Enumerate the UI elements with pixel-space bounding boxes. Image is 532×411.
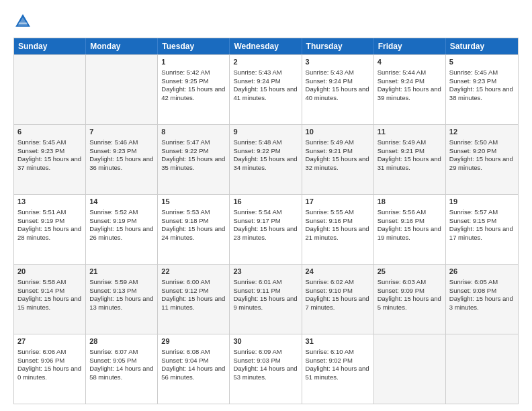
day-number: 10 (306, 127, 370, 137)
day-number: 28 (89, 336, 154, 347)
day-number: 30 (233, 336, 298, 347)
sunrise-text: Sunrise: 6:07 AM (89, 348, 138, 355)
sunrise-text: Sunrise: 5:43 AM (233, 68, 281, 76)
day-number: 20 (17, 267, 82, 277)
day-number: 23 (233, 267, 298, 277)
daylight-text: Daylight: 15 hours and 29 minutes. (449, 155, 513, 171)
sunset-text: Sunset: 9:14 PM (17, 287, 64, 294)
sunset-text: Sunset: 9:23 PM (89, 147, 136, 154)
day-number: 13 (17, 197, 82, 207)
logo-icon (13, 12, 32, 31)
sunrise-text: Sunrise: 6:00 AM (161, 278, 210, 285)
empty-cell (446, 334, 518, 404)
sunset-text: Sunset: 9:02 PM (306, 357, 353, 364)
day-number: 11 (378, 127, 442, 137)
day-number: 18 (378, 197, 442, 207)
day-cell-13: 13Sunrise: 5:51 AMSunset: 9:19 PMDayligh… (14, 195, 86, 264)
sunset-text: Sunset: 9:04 PM (161, 357, 208, 364)
day-header-friday: Friday (374, 38, 446, 54)
sunset-text: Sunset: 9:24 PM (306, 77, 353, 85)
day-number: 17 (306, 197, 370, 207)
day-number: 24 (306, 267, 370, 277)
sunset-text: Sunset: 9:10 PM (306, 287, 353, 294)
day-number: 12 (449, 127, 515, 137)
sunset-text: Sunset: 9:22 PM (161, 147, 208, 154)
daylight-text: Daylight: 15 hours and 3 minutes. (449, 295, 513, 311)
sunrise-text: Sunrise: 6:09 AM (233, 348, 281, 355)
day-number: 4 (378, 57, 442, 67)
sunset-text: Sunset: 9:19 PM (17, 217, 64, 224)
day-cell-6: 6Sunrise: 5:45 AMSunset: 9:23 PMDaylight… (14, 125, 86, 194)
sunset-text: Sunset: 9:20 PM (449, 147, 496, 154)
day-header-thursday: Thursday (302, 38, 374, 54)
sunset-text: Sunset: 9:21 PM (306, 147, 353, 154)
sunset-text: Sunset: 9:22 PM (233, 147, 280, 154)
day-cell-23: 23Sunrise: 6:01 AMSunset: 9:11 PMDayligh… (230, 265, 302, 334)
sunrise-text: Sunrise: 5:58 AM (17, 278, 66, 285)
day-number: 26 (449, 267, 515, 277)
sunrise-text: Sunrise: 6:10 AM (306, 348, 354, 355)
sunset-text: Sunset: 9:11 PM (233, 287, 280, 294)
empty-cell (86, 55, 158, 124)
calendar-week-4: 20Sunrise: 5:58 AMSunset: 9:14 PMDayligh… (14, 264, 518, 334)
sunrise-text: Sunrise: 5:56 AM (378, 208, 426, 216)
day-cell-1: 1Sunrise: 5:42 AMSunset: 9:25 PMDaylight… (158, 55, 230, 124)
day-number: 27 (17, 336, 82, 347)
day-cell-5: 5Sunrise: 5:45 AMSunset: 9:23 PMDaylight… (446, 55, 518, 124)
daylight-text: Daylight: 15 hours and 7 minutes. (306, 295, 369, 311)
daylight-text: Daylight: 15 hours and 36 minutes. (89, 155, 153, 171)
sunset-text: Sunset: 9:15 PM (449, 217, 496, 224)
sunrise-text: Sunrise: 5:42 AM (161, 68, 210, 76)
daylight-text: Daylight: 15 hours and 24 minutes. (161, 225, 225, 241)
sunset-text: Sunset: 9:13 PM (89, 287, 136, 294)
daylight-text: Daylight: 15 hours and 19 minutes. (378, 225, 441, 241)
sunset-text: Sunset: 9:23 PM (17, 147, 64, 154)
sunset-text: Sunset: 9:05 PM (89, 357, 136, 364)
calendar-week-2: 6Sunrise: 5:45 AMSunset: 9:23 PMDaylight… (14, 124, 518, 194)
daylight-text: Daylight: 15 hours and 5 minutes. (378, 295, 441, 311)
day-number: 5 (449, 57, 515, 67)
sunrise-text: Sunrise: 6:01 AM (233, 278, 281, 285)
sunrise-text: Sunrise: 5:53 AM (161, 208, 210, 216)
day-cell-17: 17Sunrise: 5:55 AMSunset: 9:16 PMDayligh… (302, 195, 374, 264)
day-cell-8: 8Sunrise: 5:47 AMSunset: 9:22 PMDaylight… (158, 125, 230, 194)
sunset-text: Sunset: 9:06 PM (17, 357, 64, 364)
sunrise-text: Sunrise: 5:51 AM (17, 208, 66, 216)
daylight-text: Daylight: 15 hours and 35 minutes. (161, 155, 225, 171)
day-number: 21 (89, 267, 154, 277)
daylight-text: Daylight: 15 hours and 38 minutes. (449, 85, 513, 101)
day-cell-25: 25Sunrise: 6:03 AMSunset: 9:09 PMDayligh… (374, 265, 446, 334)
day-number: 25 (378, 267, 442, 277)
sunrise-text: Sunrise: 5:50 AM (449, 138, 498, 146)
svg-rect-2 (19, 23, 27, 24)
sunrise-text: Sunrise: 6:03 AM (378, 278, 426, 285)
day-cell-26: 26Sunrise: 6:05 AMSunset: 9:08 PMDayligh… (446, 265, 518, 334)
sunrise-text: Sunrise: 5:49 AM (306, 138, 354, 146)
day-header-sunday: Sunday (14, 38, 86, 54)
page: SundayMondayTuesdayWednesdayThursdayFrid… (0, 0, 532, 411)
day-cell-15: 15Sunrise: 5:53 AMSunset: 9:18 PMDayligh… (158, 195, 230, 264)
daylight-text: Daylight: 15 hours and 17 minutes. (449, 225, 513, 241)
sunrise-text: Sunrise: 5:48 AM (233, 138, 281, 146)
day-header-monday: Monday (86, 38, 158, 54)
daylight-text: Daylight: 15 hours and 15 minutes. (17, 295, 81, 311)
day-cell-3: 3Sunrise: 5:43 AMSunset: 9:24 PMDaylight… (302, 55, 374, 124)
day-cell-18: 18Sunrise: 5:56 AMSunset: 9:16 PMDayligh… (374, 195, 446, 264)
day-number: 19 (449, 197, 515, 207)
daylight-text: Daylight: 15 hours and 21 minutes. (306, 225, 369, 241)
day-cell-29: 29Sunrise: 6:08 AMSunset: 9:04 PMDayligh… (158, 334, 230, 404)
daylight-text: Daylight: 15 hours and 9 minutes. (233, 295, 297, 311)
day-header-wednesday: Wednesday (230, 38, 302, 54)
calendar-week-5: 27Sunrise: 6:06 AMSunset: 9:06 PMDayligh… (14, 334, 518, 404)
daylight-text: Daylight: 15 hours and 42 minutes. (161, 85, 225, 101)
sunrise-text: Sunrise: 5:49 AM (378, 138, 426, 146)
day-cell-4: 4Sunrise: 5:44 AMSunset: 9:24 PMDaylight… (374, 55, 446, 124)
day-number: 15 (161, 197, 226, 207)
day-number: 16 (233, 197, 298, 207)
day-cell-10: 10Sunrise: 5:49 AMSunset: 9:21 PMDayligh… (302, 125, 374, 194)
sunrise-text: Sunrise: 5:52 AM (89, 208, 138, 216)
sunset-text: Sunset: 9:12 PM (161, 287, 208, 294)
daylight-text: Daylight: 15 hours and 11 minutes. (161, 295, 225, 311)
daylight-text: Daylight: 15 hours and 37 minutes. (17, 155, 81, 171)
daylight-text: Daylight: 15 hours and 32 minutes. (306, 155, 369, 171)
